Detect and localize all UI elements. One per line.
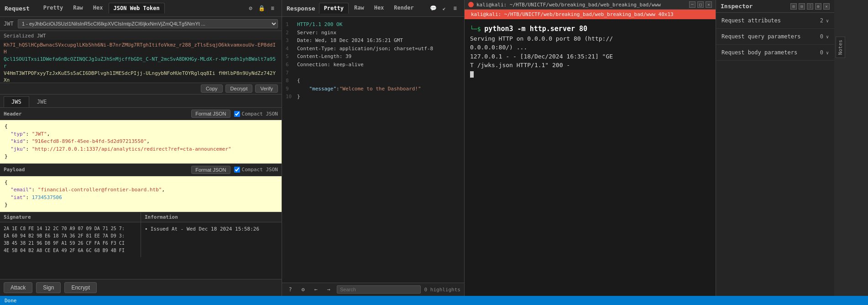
response-icon-menu[interactable]: ≡ — [450, 4, 460, 13]
resp-line-1: 1HTTP/1.1 200 OK — [286, 21, 460, 29]
chevron-down-icon-2: ∨ — [826, 34, 829, 39]
response-forward-icon[interactable]: → — [324, 285, 333, 294]
response-tab-hex[interactable]: Hex — [370, 3, 389, 14]
request-icon2[interactable]: 🔒 — [257, 4, 266, 13]
inspector-item-body-params[interactable]: Request body parameters 0 ∨ — [716, 45, 834, 61]
terminal-log-line2: T /jwks.json HTTP/1.1" 200 - — [470, 61, 710, 70]
inspector-btn2[interactable]: ⊟ — [799, 3, 805, 10]
tab-hex[interactable]: Hex — [89, 3, 108, 14]
response-panel-header: Response Pretty Raw Hex Render 💬 ↙ ≡ — [282, 0, 464, 17]
resp-line-10: 10} — [286, 93, 460, 101]
sub-tab-jwe[interactable]: JWE — [29, 96, 55, 107]
encrypt-button[interactable]: Encrypt — [64, 282, 97, 293]
jwt-select[interactable]: 1 - eyJhbGciOiJSUzI1NiIsInR5cCI6IkpXVCIs… — [18, 19, 278, 28]
terminal-win-btns: ─ □ ✕ — [689, 1, 712, 8]
terminal-output-text1: Serving HTTP on 0.0.0.0 port 80 (http:// — [470, 35, 613, 42]
chevron-down-icon-3: ∨ — [826, 50, 829, 55]
inspector-count-request-attributes: 2 — [820, 17, 823, 24]
response-back-icon[interactable]: ← — [311, 285, 320, 294]
response-icon-in[interactable]: ↙ — [439, 4, 449, 13]
inspector-close[interactable]: ✕ — [823, 3, 830, 10]
terminal-close[interactable]: ✕ — [706, 1, 712, 8]
terminal-prompt-line: └─$ python3 -m http.server 80 — [470, 24, 710, 34]
inspector-label-body-params: Request body parameters — [722, 49, 797, 56]
resp-line-2: 2Server: nginx — [286, 29, 460, 37]
attack-button[interactable]: Attack — [4, 282, 32, 293]
resp-line-5: 5Content-Length: 39 — [286, 53, 460, 61]
sig-line-4: 4E 5B 04 B2 A8 CE EA 49 2F 6A 6C 68 B9 4… — [4, 247, 137, 254]
header-block-header: Header Format JSON Compact JSON — [0, 108, 282, 120]
response-help-icon[interactable]: ? — [286, 285, 295, 294]
terminal-output-text2: 0.0.0.0:80/) ... — [470, 44, 527, 51]
inspector-label-request-attributes: Request attributes — [722, 17, 781, 24]
header-compact-json-checkbox[interactable] — [234, 111, 240, 117]
terminal-maximize[interactable]: □ — [697, 1, 704, 8]
response-search-input[interactable] — [337, 285, 421, 294]
inspector-btn1[interactable]: ⊡ — [790, 3, 797, 10]
terminal-panel: kali@kali: ~/HTB/UNICTF/web/breaking_bad… — [465, 0, 716, 296]
inspector-settings[interactable]: ⚙ — [815, 3, 821, 10]
copy-button[interactable]: Copy — [201, 84, 223, 93]
information-block: Information • Issued At - Wed Dec 18 202… — [141, 212, 282, 257]
terminal-output-2: 0.0.0.0:80/) ... — [470, 43, 710, 52]
response-panel: Response Pretty Raw Hex Render 💬 ↙ ≡ 1HT… — [282, 0, 465, 296]
serialized-jwt-label: Serialized JWT — [0, 31, 282, 40]
tab-raw[interactable]: Raw — [68, 3, 88, 14]
request-panel: Request Pretty Raw Hex JSON Web Token ⊘ … — [0, 0, 282, 296]
terminal-output-1: Serving HTTP on 0.0.0.0 port 80 (http:// — [470, 34, 710, 43]
jwt-part2: Qcl1SOU1Txsi1DWefa6nBcOZINQCJg1uZJhSnMjc… — [4, 56, 276, 69]
decrypt-button[interactable]: Decrypt — [225, 84, 253, 93]
inspector-count-body-params: 0 — [820, 49, 823, 56]
issued-at: • Issued At - Wed Dec 18 2024 15:58:26 — [145, 226, 278, 232]
terminal-title-bar: kali@kali: ~/HTB/UNICTF/web/breaking_bad… — [465, 0, 716, 10]
information-label: Information — [141, 212, 282, 222]
payload-compact-json-label[interactable]: Compact JSON — [234, 167, 278, 173]
sig-info-row: Signature 2A 1E C8 FE 14 12 2C 70 A9 07 … — [0, 212, 282, 257]
serialized-action-row: Copy Decrypt Verify — [0, 83, 282, 95]
payload-compact-json-checkbox[interactable] — [234, 167, 240, 173]
inspector-win-btns: ⊡ ⊟ ⋮ ⚙ ✕ — [790, 3, 830, 10]
request-icon3[interactable]: ≡ — [268, 4, 277, 13]
tab-pretty[interactable]: Pretty — [39, 3, 68, 14]
header-format-json-btn[interactable]: Format JSON — [191, 110, 230, 118]
header-compact-json-label[interactable]: Compact JSON — [234, 111, 278, 117]
jwt-part1: Kh7I_hQSlHCpBwnacSVxcupglLKb5hh6Ni-B7nrZ… — [4, 42, 276, 55]
sub-tab-jws[interactable]: JWS — [4, 96, 29, 107]
sign-button[interactable]: Sign — [36, 282, 61, 293]
signature-hex: 2A 1E C8 FE 14 12 2C 70 A9 07 09 DA 71 2… — [0, 222, 141, 257]
terminal-tab-bar: kali@kali: ~/HTB/UNICTF/web/breaking_bad… — [465, 10, 716, 19]
notes-tab[interactable]: Notes — [836, 37, 845, 58]
inspector-item-query-params[interactable]: Request query parameters 0 ∨ — [716, 29, 834, 45]
inspector-title: Inspector — [721, 3, 753, 10]
status-text: Done — [5, 298, 17, 304]
sub-tab-bar: JWS JWE — [0, 95, 282, 108]
inspector-label-query-params: Request query parameters — [722, 33, 800, 40]
terminal-cursor — [470, 71, 474, 78]
inspector-panel: Inspector ⊡ ⊟ ⋮ ⚙ ✕ Request attributes 2… — [716, 0, 834, 296]
terminal-cursor-line — [470, 70, 710, 79]
terminal-tab-label[interactable]: kali@kali: ~/HTB/UNICTF/web/breaking_bad… — [467, 11, 677, 18]
response-tab-render[interactable]: Render — [389, 3, 418, 14]
terminal-body[interactable]: └─$ python3 -m http.server 80 Serving HT… — [465, 19, 716, 296]
response-settings-icon[interactable]: ⚙ — [298, 285, 308, 294]
payload-format-json-btn[interactable]: Format JSON — [191, 166, 230, 174]
bullet-dot: • — [145, 226, 148, 232]
terminal-title-text: kali@kali: ~/HTB/UNICTF/web/breaking_bad… — [476, 2, 661, 8]
resp-line-3: 3Date: Wed, 18 Dec 2024 16:35:21 GMT — [286, 37, 460, 45]
resp-line-7: 7 — [286, 69, 460, 77]
response-tab-pretty[interactable]: Pretty — [319, 3, 349, 14]
serialized-jwt-content: Kh7I_hQSlHCpBwnacSVxcupglLKb5hh6Ni-B7nrZ… — [0, 40, 282, 83]
request-icon1[interactable]: ⊘ — [246, 4, 255, 13]
tab-json-web-token[interactable]: JSON Web Token — [109, 3, 165, 14]
inspector-item-request-attributes[interactable]: Request attributes 2 ∨ — [716, 13, 834, 29]
terminal-minimize[interactable]: ─ — [689, 1, 695, 8]
response-tab-raw[interactable]: Raw — [350, 3, 369, 14]
response-icon-msg[interactable]: 💬 — [429, 4, 438, 13]
terminal-command: python3 -m http.server 80 — [484, 25, 587, 33]
inspector-btn3[interactable]: ⋮ — [807, 3, 813, 10]
jwt-section: Header Format JSON Compact JSON { "typ":… — [0, 108, 282, 279]
response-body: 1HTTP/1.1 200 OK 2Server: nginx 3Date: W… — [282, 17, 464, 283]
verify-button[interactable]: Verify — [255, 84, 278, 93]
terminal-log-text2: T /jwks.json HTTP/1.1" 200 - — [470, 62, 570, 68]
response-title: Response — [287, 5, 315, 12]
